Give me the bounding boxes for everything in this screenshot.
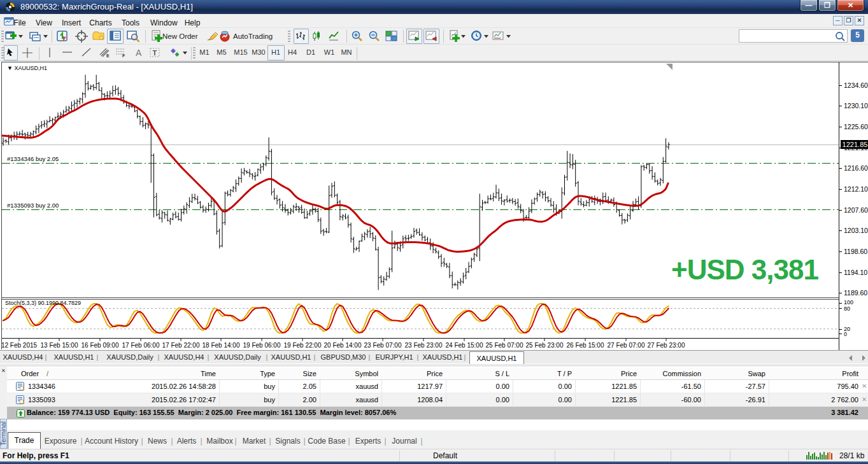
svg-text:F: F	[122, 53, 125, 58]
svg-text:T: T	[153, 49, 157, 57]
svg-text:A: A	[136, 48, 142, 58]
svg-text:E: E	[106, 53, 110, 58]
